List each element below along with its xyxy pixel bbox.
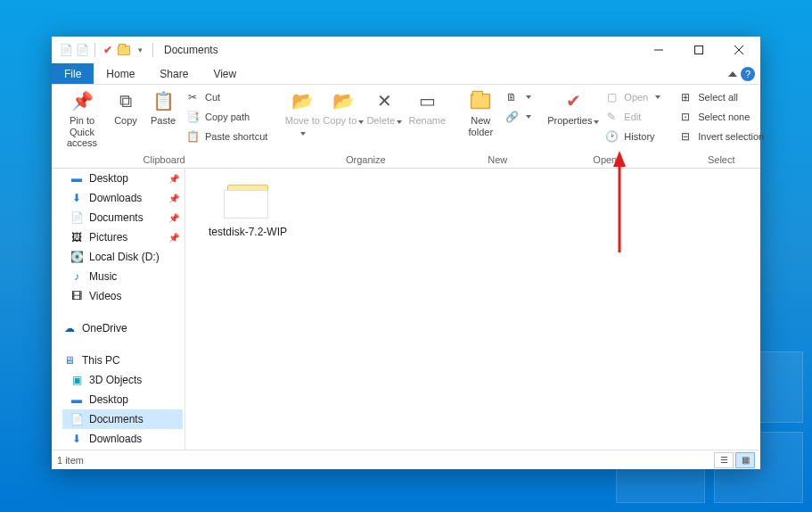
desktop-icon: ▬ (70, 393, 84, 406)
rename-label: Rename (409, 115, 447, 127)
group-select: ⊞Select all ⊡Select none ⊟Invert selecti… (669, 85, 773, 168)
rename-icon: ▭ (413, 88, 441, 113)
new-item-icon: 🗎 (504, 90, 519, 104)
move-to-label: Move to (282, 115, 323, 137)
nav-videos[interactable]: 🎞Videos (62, 286, 183, 306)
nav-pc-desktop[interactable]: ▬Desktop (62, 390, 183, 409)
maximize-button[interactable] (678, 37, 718, 62)
new-folder-button[interactable]: New folder (460, 87, 501, 149)
nav-desktop[interactable]: ▬Desktop📌 (62, 169, 183, 188)
easy-access-button[interactable]: 🔗 (501, 108, 535, 126)
nav-downloads[interactable]: ⬇Downloads📌 (62, 188, 183, 208)
group-label-clipboard: Clipboard (144, 152, 185, 168)
cut-icon: ✂ (185, 90, 200, 104)
pin-label: Pin to Quick access (57, 115, 107, 149)
file-item[interactable]: testdisk-7.2-WIP (205, 179, 291, 238)
nav-music[interactable]: ♪Music (62, 267, 183, 286)
clipboard-small-buttons: ✂Cut 📑Copy path 📋Paste shortcut (182, 87, 271, 145)
document-icon[interactable]: 📄 (75, 43, 89, 57)
help-icon[interactable]: ? (741, 67, 755, 81)
nav-pc-documents[interactable]: 📄Documents (62, 409, 183, 429)
status-text: 1 item (57, 455, 84, 466)
properties-button[interactable]: ✔ Properties (545, 87, 601, 149)
select-none-button[interactable]: ⊡Select none (675, 108, 767, 126)
file-list[interactable]: testdisk-7.2-WIP (185, 169, 760, 450)
paste-button[interactable]: 📋 Paste (144, 87, 182, 149)
disk-icon: 💽 (70, 251, 84, 263)
pin-to-quick-access-button[interactable]: 📌 Pin to Quick access (57, 87, 107, 149)
pin-icon: 📌 (68, 88, 96, 113)
nav-this-pc[interactable]: 🖥This PC (62, 351, 183, 370)
nav-pc-downloads[interactable]: ⬇Downloads (62, 429, 183, 449)
nav-3d-objects[interactable]: ▣3D Objects (62, 370, 183, 390)
onedrive-icon: ☁ (62, 322, 77, 334)
nav-onedrive[interactable]: ☁OneDrive (62, 318, 183, 338)
rename-button[interactable]: ▭ Rename (405, 87, 449, 149)
new-item-button[interactable]: 🗎 (501, 88, 535, 106)
new-folder-label: New folder (460, 115, 501, 137)
document-icon[interactable]: 📄 (59, 43, 73, 57)
properties-icon[interactable]: ✔ (101, 43, 115, 57)
file-name: testdisk-7.2-WIP (205, 226, 291, 238)
window-title: Documents (164, 44, 218, 56)
separator (152, 43, 153, 57)
delete-button[interactable]: ✕ Delete (364, 87, 405, 149)
ribbon: 📌 Pin to Quick access ⧉ Copy 📋 Paste ✂Cu… (52, 85, 760, 169)
pin-icon: 📌 (168, 194, 179, 203)
minimize-ribbon-icon[interactable] (728, 71, 737, 77)
folder-icon[interactable] (117, 43, 131, 57)
ribbon-tabs: File Home Share View ? (52, 63, 760, 85)
open-icon: ▢ (604, 90, 619, 104)
properties-label: Properties (547, 115, 599, 127)
properties-icon: ✔ (559, 88, 587, 113)
delete-icon: ✕ (370, 88, 398, 113)
nav-local-disk[interactable]: 💽Local Disk (D:) (62, 247, 183, 267)
edit-button[interactable]: ✎Edit (601, 108, 664, 126)
history-button[interactable]: 🕑History (601, 128, 664, 145)
select-none-icon: ⊡ (678, 110, 693, 124)
move-to-button[interactable]: 📂 Move to (282, 87, 323, 149)
this-pc-icon: 🖥 (62, 354, 77, 367)
delete-label: Delete (366, 115, 402, 127)
edit-icon: ✎ (604, 110, 619, 124)
group-organize: 📂 Move to 📂 Copy to ✕ Delete ▭ Rename Or… (276, 85, 455, 168)
dropdown-icon[interactable]: ▾ (133, 43, 147, 57)
videos-icon: 🎞 (70, 290, 84, 302)
icons-view-button[interactable]: ▦ (735, 452, 755, 468)
nav-pictures[interactable]: 🖼Pictures📌 (62, 227, 183, 247)
invert-selection-button[interactable]: ⊟Invert selection (675, 128, 767, 145)
nav-documents[interactable]: 📄Documents📌 (62, 208, 183, 227)
objects3d-icon: ▣ (70, 374, 84, 386)
paste-icon: 📋 (149, 88, 177, 113)
invert-selection-icon: ⊟ (678, 129, 693, 144)
tab-share[interactable]: Share (147, 63, 201, 84)
history-icon: 🕑 (604, 129, 619, 144)
close-button[interactable] (718, 37, 759, 62)
copy-label: Copy (114, 115, 137, 127)
copy-path-button[interactable]: 📑Copy path (182, 108, 271, 126)
file-explorer-window: 📄 📄 ✔ ▾ Documents File Home Share View ? (52, 37, 760, 469)
select-small-buttons: ⊞Select all ⊡Select none ⊟Invert selecti… (675, 87, 767, 145)
copy-to-label: Copy to (323, 115, 364, 127)
move-to-icon: 📂 (288, 88, 316, 113)
copy-to-button[interactable]: 📂 Copy to (323, 87, 364, 149)
easy-access-icon: 🔗 (504, 110, 519, 124)
pin-icon: 📌 (168, 233, 179, 243)
tab-home[interactable]: Home (94, 63, 147, 84)
cut-button[interactable]: ✂Cut (182, 88, 271, 106)
paste-shortcut-button[interactable]: 📋Paste shortcut (182, 128, 271, 145)
tab-view[interactable]: View (201, 63, 249, 84)
separator (94, 43, 95, 57)
select-all-button[interactable]: ⊞Select all (675, 88, 767, 106)
copy-button[interactable]: ⧉ Copy (107, 87, 144, 149)
minimize-button[interactable] (638, 37, 678, 62)
details-view-button[interactable]: ☰ (714, 452, 734, 468)
downloads-icon: ⬇ (70, 192, 84, 204)
svg-rect-1 (694, 46, 702, 54)
documents-icon: 📄 (70, 211, 84, 224)
pin-icon: 📌 (168, 213, 179, 223)
group-label-select: Select (708, 152, 735, 168)
group-new: New folder 🗎 🔗 New (455, 85, 540, 168)
open-button[interactable]: ▢Open (601, 88, 664, 106)
tab-file[interactable]: File (52, 63, 94, 84)
